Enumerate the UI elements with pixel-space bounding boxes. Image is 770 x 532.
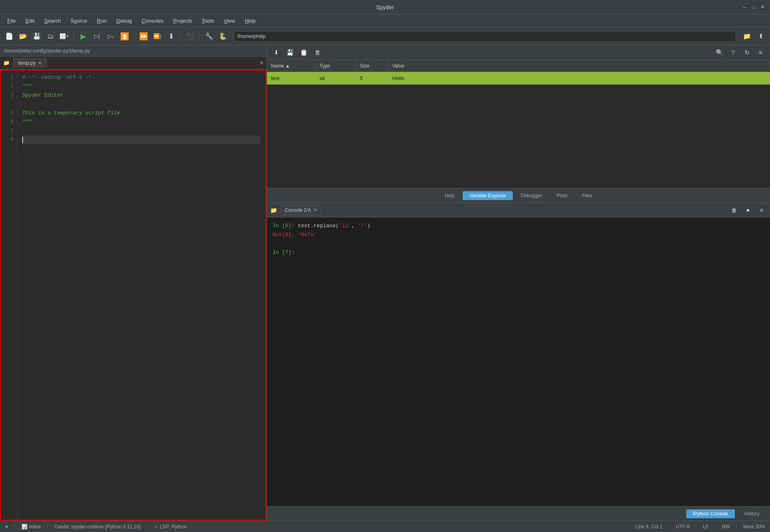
console-tab-label: Console 2/A [285,207,311,213]
col-name[interactable]: Name ▲ [267,60,315,72]
tab-history[interactable]: History [738,509,766,518]
menu-view[interactable]: View [220,16,239,25]
var-search-button[interactable]: 🔍 [714,47,725,58]
menu-source[interactable]: Source [67,16,91,25]
code-content[interactable]: # -*- coding: utf-8 -*- """ Spyder Edito… [17,71,265,519]
preferences-button[interactable]: 🔧 [203,30,215,42]
tab-help[interactable]: Help [438,191,461,200]
status-lsp-label: LSP: Python [160,524,187,530]
console-folder-icon[interactable]: 📁 [270,207,277,213]
run-cell-button[interactable]: ▷| [91,30,103,42]
var-row-text[interactable]: text str 5 Hello [267,72,770,85]
var-import-button[interactable]: ⬇ [271,47,281,58]
path-value: /home/philip [237,33,266,39]
console-bottom-tabs: IPython Console History [267,506,770,521]
menu-tools[interactable]: Tools [198,16,218,25]
var-cell-type: str [315,72,356,84]
console-menu-button[interactable]: ≡ [756,205,767,215]
status-chart-icon: 📊 [21,524,28,530]
status-sep-5 [696,524,696,530]
var-delete-button[interactable]: 🗑 [312,47,323,58]
menu-debug[interactable]: Debug [112,16,136,25]
status-sep-7 [736,524,737,530]
run-file-button[interactable]: ▶ [77,30,89,42]
code-editor[interactable]: 1 2 3 5 6 7 8 # -*- coding: utf-8 -*- ""… [0,70,267,521]
path-bar[interactable]: /home/philip [234,31,736,42]
menu-search[interactable]: Search [40,16,65,25]
var-copy-button[interactable]: 📋 [298,47,309,58]
variable-explorer: ⬇ 💾 📋 🗑 🔍 ▽ ↻ ≡ Name ▲ Type Size Value t [267,45,770,203]
run-cell-advance-button[interactable]: ▷↓ [105,30,117,42]
run-selection-button[interactable]: ⏫ [118,30,131,42]
status-lsp: ✓ LSP: Python [154,524,187,530]
toolbar-separator-2 [134,32,134,41]
menu-edit[interactable]: Edit [21,16,38,25]
menu-run[interactable]: Run [93,16,111,25]
step-button[interactable]: ⬇ [165,30,177,42]
var-filter-button[interactable]: ▽ [728,47,738,58]
code-line-5: This is a temporary script file. [22,109,260,118]
save-all-button[interactable]: 🗂 [44,30,57,42]
new-editor-button[interactable]: ⬜+ [58,30,70,42]
toolbar-separator-4 [199,32,200,41]
line-numbers: 1 2 3 5 6 7 8 [1,71,17,519]
console-tab-close[interactable]: ✕ [313,207,317,213]
var-refresh-button[interactable]: ↻ [742,47,752,58]
menu-help[interactable]: Help [241,16,260,25]
save-file-button[interactable]: 💾 [31,30,43,42]
menu-bar: File Edit Search Source Run Debug Consol… [0,15,770,27]
tab-debugger[interactable]: Debugger [514,191,549,200]
tab-plots[interactable]: Plots [550,191,574,200]
debug-file-button[interactable]: ⏩ [138,30,150,42]
editor-folder-icon[interactable]: 📁 [3,60,10,66]
maximize-pane-button[interactable]: ⬛ [184,30,196,42]
up-button[interactable]: ⬆ [755,30,767,42]
status-mem: Mem 30% [743,524,765,530]
var-menu-button[interactable]: ≡ [755,47,766,58]
status-inline-label: Inline [29,524,41,530]
console-tab-2a[interactable]: Console 2/A ✕ [280,205,322,215]
console-delete-button[interactable]: 🗑 [729,205,739,215]
status-sep-3 [147,524,148,530]
menu-consoles[interactable]: Consoles [138,16,167,25]
status-sep-6 [715,524,715,530]
console-line-in7: In [7]: [273,248,764,257]
var-save-button[interactable]: 💾 [285,47,295,58]
tab-menu-button[interactable]: ≡ [260,60,263,66]
status-conda: Conda: spyder-runtime (Python 3.11.10) [54,524,141,530]
minimize-button[interactable]: ─ [742,4,747,10]
status-eol: LF [703,524,709,530]
col-size[interactable]: Size [356,60,388,72]
tab-ipython-console[interactable]: IPython Console [686,509,735,518]
status-heart-icon: ♥ [5,524,8,530]
toolbar-separator-3 [180,32,181,41]
console-stop-button[interactable]: ■ [742,205,753,215]
col-type[interactable]: Type [315,60,356,72]
console-content[interactable]: In [6]: text.replace('ll', '7') Out[6]: … [267,217,770,506]
console-panel: 📁 Console 2/A ✕ 🗑 ■ ≡ In [6]: text.repla… [267,203,770,521]
debug-cell-button[interactable]: ⏩| [151,30,163,42]
editor-tab-temp-py[interactable]: temp.py ✕ [13,58,47,68]
code-line-7 [22,127,260,135]
tab-files[interactable]: Files [575,191,599,200]
open-file-button[interactable]: 📂 [17,30,29,42]
close-tab-button[interactable]: ✕ [38,61,42,66]
menu-file[interactable]: File [3,16,20,25]
code-line-2: """ [22,82,260,91]
maximize-button[interactable]: □ [751,4,756,10]
col-value[interactable]: Value [388,60,770,72]
right-panel: ⬇ 💾 📋 🗑 🔍 ▽ ↻ ≡ Name ▲ Type Size Value t [267,45,770,521]
status-inline[interactable]: 📊 Inline [21,524,41,530]
var-cell-value: Hello [388,72,770,84]
var-cell-size: 5 [356,72,388,84]
browse-button[interactable]: 📁 [741,30,753,42]
close-button[interactable]: ✕ [759,4,765,10]
main-area: /home/philip/.config/spyder-py3/temp.py … [0,45,770,521]
python-icon: 🐍 [217,30,229,42]
var-table: Name ▲ Type Size Value text str 5 Hello [267,60,770,188]
tab-variable-explorer[interactable]: Variable Explorer [463,191,512,200]
code-line-6: """ [22,118,260,127]
new-file-button[interactable]: 📄 [3,30,15,42]
title-bar: Spyder ─ □ ✕ [0,0,770,15]
menu-projects[interactable]: Projects [169,16,196,25]
